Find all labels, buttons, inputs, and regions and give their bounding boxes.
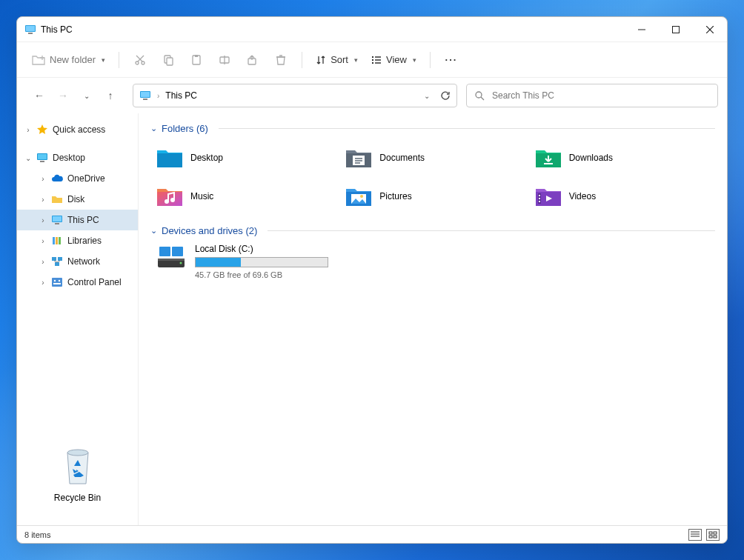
search-input[interactable]: Search This PC bbox=[466, 84, 718, 107]
svg-rect-24 bbox=[372, 62, 373, 64]
cloud-icon bbox=[51, 173, 63, 184]
new-folder-icon bbox=[32, 54, 45, 66]
folder-videos[interactable]: Videos bbox=[535, 181, 709, 211]
drives-section-header[interactable]: ⌄ Devices and drives (2) bbox=[150, 221, 715, 239]
folder-pictures[interactable]: Pictures bbox=[345, 181, 519, 211]
recycle-label: Recycle Bin bbox=[17, 493, 138, 503]
titlebar: This PC bbox=[17, 17, 727, 42]
drive-icon bbox=[156, 244, 186, 270]
recycle-bin-icon bbox=[60, 447, 96, 488]
expand-icon[interactable]: › bbox=[39, 279, 47, 287]
sidebar-item-control-panel[interactable]: › Control Panel bbox=[17, 272, 138, 293]
expand-icon[interactable]: › bbox=[39, 258, 47, 266]
more-button[interactable]: ··· bbox=[438, 47, 465, 73]
expand-icon[interactable]: › bbox=[39, 216, 47, 224]
sidebar-item-desktop[interactable]: ⌄ Desktop bbox=[17, 147, 138, 168]
svg-rect-61 bbox=[539, 195, 540, 196]
expand-icon[interactable]: › bbox=[39, 237, 47, 245]
minimize-button[interactable] bbox=[625, 17, 659, 42]
paste-button[interactable] bbox=[183, 47, 210, 73]
svg-point-31 bbox=[476, 92, 482, 98]
copy-icon bbox=[162, 54, 174, 66]
svg-rect-42 bbox=[52, 257, 56, 261]
maximize-button[interactable] bbox=[659, 17, 693, 42]
forward-button[interactable]: → bbox=[54, 87, 72, 104]
view-button[interactable]: View ▾ bbox=[365, 47, 422, 73]
svg-rect-63 bbox=[539, 201, 540, 202]
svg-rect-34 bbox=[38, 154, 47, 159]
separator bbox=[430, 52, 431, 68]
share-button[interactable] bbox=[239, 47, 266, 73]
videos-folder-icon bbox=[535, 185, 562, 207]
separator bbox=[302, 52, 302, 68]
downloads-folder-icon bbox=[535, 147, 562, 169]
trash-icon bbox=[275, 54, 287, 66]
folder-documents[interactable]: Documents bbox=[345, 143, 519, 173]
scissors-icon bbox=[134, 54, 146, 66]
folder-label: Music bbox=[190, 191, 213, 201]
svg-rect-30 bbox=[143, 99, 147, 100]
sort-button[interactable]: Sort ▾ bbox=[310, 47, 364, 73]
chevron-down-icon: ⌄ bbox=[150, 124, 157, 133]
new-folder-label: New folder bbox=[50, 54, 96, 65]
chevron-down-icon: ▾ bbox=[102, 56, 105, 64]
chevron-right-icon: › bbox=[157, 92, 159, 100]
sidebar-item-libraries[interactable]: › Libraries bbox=[17, 230, 138, 251]
copy-button[interactable] bbox=[155, 47, 182, 73]
svg-rect-4 bbox=[673, 26, 680, 33]
desktop-icon bbox=[36, 152, 48, 164]
folder-icon bbox=[51, 193, 63, 205]
up-button[interactable]: ↑ bbox=[102, 87, 119, 104]
folder-music[interactable]: Music bbox=[156, 181, 331, 211]
desktop-folder-icon bbox=[156, 147, 183, 169]
expand-icon[interactable]: › bbox=[39, 175, 47, 183]
svg-rect-43 bbox=[58, 257, 62, 261]
svg-rect-67 bbox=[159, 247, 170, 256]
sidebar-item-onedrive[interactable]: › OneDrive bbox=[17, 168, 138, 189]
folder-label: Downloads bbox=[569, 153, 613, 163]
svg-rect-38 bbox=[55, 223, 59, 224]
sidebar-label: Libraries bbox=[67, 236, 102, 246]
back-button[interactable]: ← bbox=[30, 87, 48, 104]
sidebar-item-disk[interactable]: › Disk bbox=[17, 189, 138, 210]
svg-rect-37 bbox=[53, 216, 62, 221]
this-pc-icon bbox=[24, 24, 36, 36]
search-icon bbox=[474, 90, 485, 101]
svg-rect-41 bbox=[59, 237, 61, 244]
svg-point-51 bbox=[67, 450, 88, 456]
svg-rect-35 bbox=[40, 161, 44, 162]
expand-icon[interactable]: › bbox=[24, 126, 32, 134]
expand-icon[interactable]: › bbox=[39, 196, 47, 204]
details-view-button[interactable] bbox=[688, 529, 702, 541]
recent-button[interactable]: ⌄ bbox=[78, 87, 96, 104]
refresh-button[interactable] bbox=[440, 90, 451, 101]
chevron-down-icon: ⌄ bbox=[150, 226, 157, 236]
folders-section-header[interactable]: ⌄ Folders (6) bbox=[150, 119, 715, 137]
this-pc-icon bbox=[139, 90, 151, 101]
network-icon bbox=[51, 256, 63, 267]
recycle-bin[interactable]: Recycle Bin bbox=[17, 447, 138, 503]
new-folder-button[interactable]: New folder ▾ bbox=[26, 47, 111, 73]
svg-rect-39 bbox=[53, 237, 55, 244]
collapse-icon[interactable]: ⌄ bbox=[24, 154, 32, 162]
view-label: View bbox=[386, 54, 407, 65]
sidebar-item-this-pc[interactable]: › This PC bbox=[17, 210, 138, 230]
folder-downloads[interactable]: Downloads bbox=[535, 143, 709, 173]
close-button[interactable] bbox=[693, 17, 727, 42]
sidebar-label: Control Panel bbox=[67, 277, 122, 287]
chevron-down-icon[interactable]: ⌄ bbox=[424, 92, 430, 100]
icons-view-button[interactable] bbox=[706, 529, 720, 541]
sidebar-label: Quick access bbox=[53, 124, 105, 135]
delete-button[interactable] bbox=[268, 47, 294, 73]
drive-local-c[interactable]: Local Disk (C:) 45.7 GB free of 69.6 GB bbox=[150, 239, 715, 284]
svg-rect-72 bbox=[709, 532, 712, 534]
address-bar[interactable]: › This PC ⌄ bbox=[133, 84, 457, 107]
svg-line-46 bbox=[57, 261, 60, 262]
svg-rect-62 bbox=[539, 198, 540, 199]
sidebar-item-network[interactable]: › Network bbox=[17, 251, 138, 272]
cut-button[interactable] bbox=[127, 47, 153, 73]
folder-desktop[interactable]: Desktop bbox=[156, 143, 331, 173]
sidebar-item-quick-access[interactable]: › Quick access bbox=[17, 119, 138, 140]
rename-button[interactable] bbox=[211, 47, 238, 73]
svg-rect-74 bbox=[709, 536, 712, 538]
